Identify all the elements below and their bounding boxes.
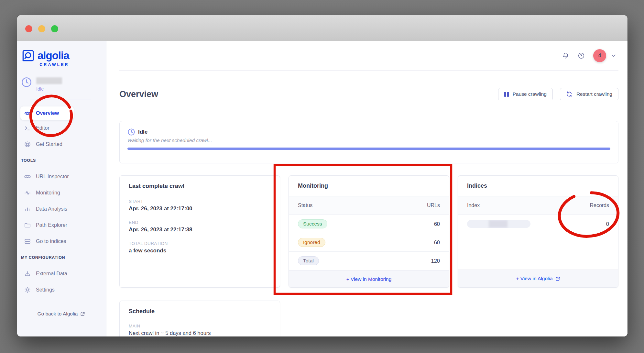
card-title: Last complete crawl [120,176,280,196]
app-window: algolia CRAWLER Idle [17,15,628,336]
status-badge: Success [298,219,327,228]
brand-logo[interactable]: algolia CRAWLER [20,41,103,70]
urls-count: 120 [431,258,440,264]
monitoring-card: Monitoring Status URLs Success 60 Ignore… [289,175,449,288]
crawler-status-label: Idle [36,86,62,92]
urls-count: 60 [434,239,440,246]
server-icon [24,238,31,245]
progress-bar [127,148,610,150]
sidebar-item-data-analysis[interactable]: Data Analysis [20,201,102,217]
indices-card: Indices Index Records 0 + View in Algoli… [458,175,618,288]
refresh-icon [566,91,573,97]
bar-chart-icon [24,206,31,212]
avatar[interactable]: 4 [593,49,606,62]
top-header: 4 [106,41,628,70]
sidebar-item-label: Editor [36,125,49,131]
sidebar-item-label: External Data [36,271,67,277]
sidebar-item-get-started[interactable]: Get Started [20,136,102,152]
sidebar-item-label: Path Explorer [36,222,67,228]
status-title: Idle [138,129,147,135]
column-records: Records [590,203,609,208]
back-link-label: Go back to Algolia [38,311,78,317]
chevron-down-icon[interactable] [610,52,617,59]
pause-crawling-button[interactable]: Pause crawling [498,88,553,100]
pause-icon [504,92,509,97]
start-label: START [129,199,271,204]
brand-product-label: CRAWLER [22,62,69,67]
redacted-index-name [467,220,530,228]
sidebar-item-label: Data Analysis [36,206,67,212]
column-index: Index [467,203,480,208]
total-duration-value: a few seconds [129,248,271,254]
sidebar-nav: Overview Editor [17,100,106,317]
sidebar-section-tools: TOOLS [20,152,102,169]
external-link-icon [80,312,85,316]
zoom-window-button[interactable] [51,25,58,32]
sidebar-item-monitoring[interactable]: Monitoring [20,185,102,201]
desktop-background: algolia CRAWLER Idle [0,0,644,353]
go-back-to-algolia-link[interactable]: Go back to Algolia [20,311,102,317]
brand-wordmark: algolia [38,50,69,62]
page-content: Overview Pause crawling [106,71,628,336]
card-title: Monitoring [289,176,449,196]
sidebar-item-editor[interactable]: Editor [20,120,102,136]
table-row: Ignored 60 [289,233,449,252]
window-titlebar[interactable] [17,15,628,41]
link-icon [24,173,31,180]
external-link-icon [555,276,560,281]
main-area: 4 Overview Pause crawlin [106,41,628,336]
next-crawl-value: Next crawl in ~ 5 days and 6 hours [129,330,271,336]
sidebar-item-label: Monitoring [36,190,60,196]
sidebar-item-settings[interactable]: Settings [20,282,102,298]
sidebar-item-label: Get Started [36,141,62,147]
eye-icon [24,110,31,116]
sidebar-item-url-inspector[interactable]: URL Inspector [20,169,102,185]
status-subtitle: Waiting for the next scheduled crawl... [127,138,610,143]
view-in-algolia-link[interactable]: + View in Algolia [458,270,618,287]
gear-icon [24,287,31,293]
schedule-card: Schedule MAIN Next crawl in ~ 5 days and… [119,301,280,336]
sidebar-item-external-data[interactable]: External Data [20,266,102,282]
sidebar-section-my-configuration: MY CONFIGURATION [20,249,102,266]
main-label: MAIN [129,324,271,328]
card-title: Indices [458,176,618,196]
page-title: Overview [119,89,158,99]
crawler-selector[interactable]: Idle [17,70,106,92]
view-in-monitoring-link[interactable]: + View in Monitoring [289,270,449,288]
sidebar-item-label: Go to indices [36,238,66,244]
sidebar-item-label: Settings [36,287,55,293]
help-icon[interactable] [578,52,585,59]
redacted-crawler-name [36,77,62,84]
crawler-status-banner: Idle Waiting for the next scheduled craw… [119,121,618,163]
sidebar-item-overview[interactable]: Overview [20,106,74,120]
sidebar-item-path-explorer[interactable]: Path Explorer [20,217,102,233]
column-urls: URLs [427,203,440,208]
sidebar-item-go-to-indices[interactable]: Go to indices [20,233,102,249]
close-window-button[interactable] [25,25,32,32]
sidebar-item-label: Overview [36,110,59,116]
status-badge: Ignored [298,238,325,247]
table-row: 0 [458,215,618,233]
download-icon [24,270,31,277]
card-title: Schedule [120,301,280,322]
clock-icon [21,77,32,92]
sidebar-item-label: URL Inspector [36,174,69,180]
status-badge: Total [298,256,319,265]
minimize-window-button[interactable] [38,25,45,32]
clock-icon [127,128,135,136]
table-row: Success 60 [289,215,449,233]
urls-count: 60 [434,221,440,227]
records-count: 0 [606,221,609,227]
end-value: Apr. 26, 2023 at 22:17:38 [129,226,271,233]
activity-icon [24,190,31,196]
restart-crawling-button[interactable]: Restart crawling [560,88,618,100]
terminal-icon [24,125,31,131]
start-value: Apr. 26, 2023 at 22:17:00 [129,205,271,212]
end-label: END [129,220,271,225]
folder-icon [24,222,31,228]
sidebar: algolia CRAWLER Idle [17,41,106,336]
algolia-logo-icon [22,49,35,62]
lifebuoy-icon [24,141,31,148]
last-complete-crawl-card: Last complete crawl START Apr. 26, 2023 … [119,175,280,288]
bell-icon[interactable] [562,52,569,59]
